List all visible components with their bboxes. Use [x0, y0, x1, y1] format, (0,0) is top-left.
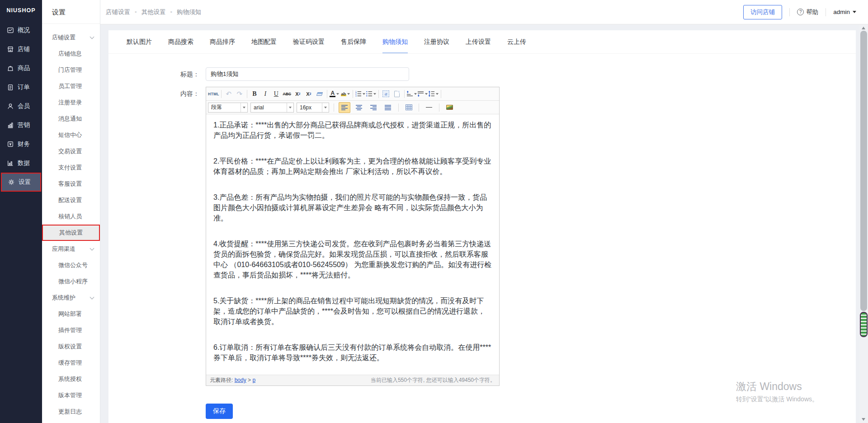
nav-item-goods[interactable]: 商品 — [0, 59, 42, 78]
line-height-dropdown[interactable] — [428, 89, 439, 99]
menu-item-cache-management[interactable]: 缓存管理 — [42, 355, 100, 371]
font-size-select[interactable]: 16px — [297, 103, 329, 113]
scrollbar-thumb[interactable] — [860, 31, 867, 311]
subscript-button[interactable]: X2 — [303, 89, 314, 99]
strikethrough-button[interactable]: ABC — [282, 89, 292, 99]
align-right-button[interactable] — [368, 102, 379, 113]
menu-item-staff-management[interactable]: 员工管理 — [42, 78, 100, 94]
indent-dropdown[interactable] — [406, 89, 417, 99]
menu-item-site-deploy[interactable]: 网站部署 — [42, 306, 100, 322]
menu-item-version-management[interactable]: 版本管理 — [42, 387, 100, 404]
toolbar-separator — [398, 103, 399, 112]
align-center-button[interactable] — [353, 102, 365, 113]
notice-paragraph: 6.订单取消：所有订单在客服确认后三天没有付款的订单系统将会自动取消。在使用**… — [213, 342, 492, 363]
user-menu[interactable]: admin — [833, 9, 856, 15]
unordered-list-button[interactable] — [366, 89, 377, 99]
breadcrumb: 店铺设置 - 其他设置 - 购物须知 — [106, 8, 201, 16]
breadcrumb-separator: - — [135, 8, 137, 16]
title-input[interactable] — [206, 67, 409, 81]
help-label: 帮助 — [806, 8, 818, 16]
menu-item-payment-settings[interactable]: 支付设置 — [42, 160, 100, 176]
menu-item-update-log[interactable]: 更新日志 — [42, 404, 100, 420]
nav-item-data[interactable]: 数据 — [0, 154, 42, 173]
menu-group-store-settings[interactable]: 店铺设置 — [42, 29, 100, 46]
insert-image-button[interactable] — [444, 102, 455, 113]
element-path-separator: > — [248, 377, 251, 383]
insert-table-button[interactable] — [403, 102, 414, 113]
menu-item-register-login[interactable]: 注册登录 — [42, 94, 100, 111]
finance-icon — [7, 141, 14, 148]
menu-group-system-maintenance[interactable]: 系统维护 — [42, 290, 100, 306]
menu-item-copyright-settings[interactable]: 版权设置 — [42, 338, 100, 355]
ordered-list-button[interactable]: 123 — [355, 89, 366, 99]
menu-item-sms-center[interactable]: 短信中心 — [42, 127, 100, 143]
menu-item-trade-settings[interactable]: 交易设置 — [42, 143, 100, 160]
tab-cloud-upload[interactable]: 云上传 — [507, 30, 526, 53]
tab-aftersale-guarantee[interactable]: 售后保障 — [341, 30, 366, 53]
tab-goods-search[interactable]: 商品搜索 — [168, 30, 193, 53]
align-right-icon — [370, 105, 377, 110]
menu-item-branch-management[interactable]: 门店管理 — [42, 62, 100, 78]
page-scrollbar[interactable] — [859, 24, 868, 423]
menu-group-app-channels[interactable]: 应用渠道 — [42, 241, 100, 257]
align-justify-icon — [385, 105, 391, 110]
paragraph-format-select[interactable]: 段落 — [208, 103, 248, 113]
tab-captcha-settings[interactable]: 验证码设置 — [293, 30, 325, 53]
scrollbar-up-arrow[interactable] — [862, 27, 865, 29]
caret-down-icon — [853, 11, 856, 13]
tab-map-config[interactable]: 地图配置 — [251, 30, 277, 53]
redo-icon[interactable]: ↷ — [234, 89, 245, 99]
menu-item-message-notice[interactable]: 消息通知 — [42, 111, 100, 127]
element-path-p-link[interactable]: p — [252, 377, 255, 383]
tab-upload-settings[interactable]: 上传设置 — [466, 30, 491, 53]
editor-content[interactable]: 1.正品承诺：****出售的大部分商品已获得品牌商或总代授权，进货渠道正规，所出… — [206, 114, 499, 375]
menu-item-plugin-management[interactable]: 插件管理 — [42, 322, 100, 338]
nav-item-settings[interactable]: 设置 — [1, 173, 41, 192]
select-arrow — [287, 103, 293, 112]
caret-down-icon — [243, 107, 245, 108]
save-button[interactable]: 保存 — [206, 404, 233, 419]
scrollbar-down-arrow[interactable] — [862, 418, 865, 421]
align-justify-button[interactable] — [382, 102, 394, 113]
visit-shop-button[interactable]: 访问店铺 — [743, 5, 782, 19]
remove-format-button[interactable] — [314, 89, 325, 99]
menu-item-wechat-miniprogram[interactable]: 微信小程序 — [42, 273, 100, 290]
tab-register-agreement[interactable]: 注册协议 — [424, 30, 449, 53]
editor-toolbar-row1: HTML ↶ ↷ B I U ABC X2 X2 — [206, 87, 499, 101]
help-button[interactable]: ? 帮助 — [797, 8, 818, 16]
paragraph-align-dropdown[interactable] — [417, 89, 428, 99]
font-color-button[interactable]: A — [329, 89, 340, 99]
nav-item-members[interactable]: 会员 — [0, 97, 42, 116]
menu-item-other-settings[interactable]: 其他设置 — [42, 225, 100, 241]
nav-item-marketing[interactable]: 营销 — [0, 116, 42, 135]
nav-item-label: 营销 — [18, 121, 30, 129]
menu-item-delivery-settings[interactable]: 配送设置 — [42, 192, 100, 208]
font-family-select[interactable]: arial — [250, 103, 294, 113]
new-document-button[interactable] — [392, 89, 402, 99]
italic-button[interactable]: I — [260, 89, 271, 99]
superscript-button[interactable]: X2 — [292, 89, 303, 99]
tab-default-image[interactable]: 默认图片 — [127, 30, 152, 53]
tab-goods-sort[interactable]: 商品排序 — [210, 30, 235, 53]
html-source-button[interactable]: HTML — [208, 89, 219, 99]
underline-button[interactable]: U — [271, 89, 282, 99]
horizontal-rule-button[interactable] — [424, 102, 434, 113]
nav-item-shop[interactable]: 店铺 — [0, 40, 42, 59]
menu-item-verification-staff[interactable]: 核销人员 — [42, 208, 100, 225]
menu-item-system-authorization[interactable]: 系统授权 — [42, 371, 100, 387]
nav-item-overview[interactable]: 概况 — [0, 21, 42, 40]
bold-button[interactable]: B — [249, 89, 260, 99]
highlight-color-button[interactable]: ab — [340, 89, 351, 99]
content-row: 内容： HTML ↶ ↷ B I — [108, 87, 856, 386]
menu-item-wechat-official[interactable]: 微信公众号 — [42, 257, 100, 273]
tab-shopping-notice[interactable]: 购物须知 — [382, 30, 408, 53]
element-path-body-link[interactable]: body — [235, 377, 246, 383]
menu-item-store-info[interactable]: 店铺信息 — [42, 46, 100, 62]
align-left-button[interactable] — [339, 102, 350, 113]
menu-item-customer-service[interactable]: 客服设置 — [42, 176, 100, 192]
unordered-list-icon — [366, 90, 373, 97]
undo-icon[interactable]: ↶ — [223, 89, 234, 99]
nav-item-finance[interactable]: 财务 — [0, 135, 42, 154]
nav-item-orders[interactable]: 订单 — [0, 78, 42, 97]
anchor-button[interactable]: a — [381, 89, 392, 99]
